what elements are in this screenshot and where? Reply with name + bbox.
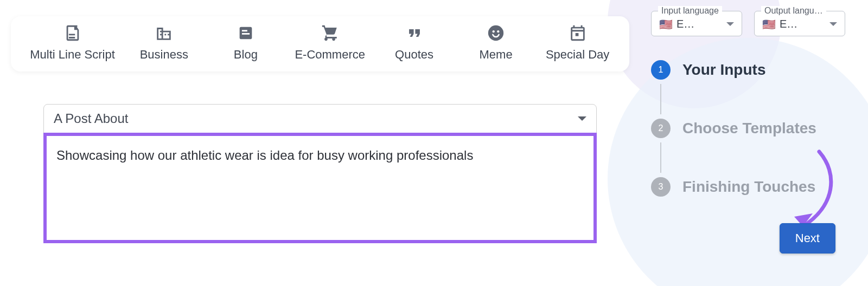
chevron-down-icon [726, 22, 734, 26]
step-label: Choose Templates [682, 120, 816, 137]
step-connector [660, 84, 661, 114]
step-connector [660, 142, 661, 173]
script-icon [63, 24, 82, 44]
input-language-label: Input language [658, 6, 722, 16]
step-number-badge: 1 [651, 60, 671, 80]
form-area: A Post About Showcasing how our athletic… [43, 104, 597, 243]
input-language-select[interactable]: Input language 🇺🇸 E… [651, 11, 742, 36]
svg-rect-1 [242, 30, 247, 31]
output-language-value: E… [780, 18, 825, 30]
cart-icon [321, 24, 339, 44]
tab-multi-line-script[interactable]: Multi Line Script [30, 24, 115, 62]
svg-point-4 [493, 30, 495, 32]
flag-us-icon: 🇺🇸 [659, 19, 672, 30]
tab-label: Special Day [546, 48, 609, 62]
tab-label: Meme [480, 48, 513, 62]
tab-label: Multi Line Script [30, 48, 115, 62]
svg-point-3 [488, 25, 503, 41]
post-topic-select[interactable]: A Post About [43, 104, 597, 133]
tab-quotes[interactable]: Quotes [382, 24, 447, 62]
tab-label: Blog [234, 48, 258, 62]
article-icon [237, 24, 255, 44]
step-number-badge: 3 [651, 177, 671, 197]
template-tabs: Multi Line Script Business Blog E-Commer… [11, 16, 629, 72]
step-your-inputs[interactable]: 1 Your Inputs [651, 60, 852, 80]
step-choose-templates[interactable]: 2 Choose Templates [651, 119, 852, 138]
select-label: A Post About [54, 111, 128, 126]
step-number-badge: 2 [651, 119, 671, 138]
tab-label: E-Commerce [295, 48, 365, 62]
step-finishing-touches[interactable]: 3 Finishing Touches [651, 177, 852, 197]
calendar-icon [569, 24, 587, 44]
tab-meme[interactable]: Meme [463, 24, 528, 62]
tab-ecommerce[interactable]: E-Commerce [295, 24, 365, 62]
input-language-value: E… [676, 18, 722, 30]
step-label: Finishing Touches [682, 178, 815, 196]
step-label: Your Inputs [682, 61, 765, 79]
smile-icon [487, 24, 505, 44]
flag-us-icon: 🇺🇸 [762, 19, 775, 30]
tab-blog[interactable]: Blog [213, 24, 278, 62]
svg-rect-2 [242, 33, 250, 35]
quote-icon [405, 24, 424, 44]
building-icon [155, 24, 173, 44]
tab-label: Business [140, 48, 188, 62]
chevron-down-icon [829, 22, 837, 26]
svg-point-5 [497, 30, 499, 32]
tab-label: Quotes [395, 48, 433, 62]
post-topic-textarea[interactable]: Showcasing how our athletic wear is idea… [43, 133, 597, 243]
tab-special-day[interactable]: Special Day [545, 24, 610, 62]
language-row: Input language 🇺🇸 E… Output langu… 🇺🇸 E… [651, 11, 852, 36]
left-column: Multi Line Script Business Blog E-Commer… [0, 0, 640, 286]
svg-rect-6 [575, 33, 578, 36]
next-button[interactable]: Next [780, 223, 835, 253]
output-language-select[interactable]: Output langu… 🇺🇸 E… [754, 11, 845, 36]
chevron-down-icon [578, 116, 586, 121]
right-column: Input language 🇺🇸 E… Output langu… 🇺🇸 E…… [640, 0, 868, 286]
textarea-value: Showcasing how our athletic wear is idea… [56, 147, 584, 164]
progress-stepper: 1 Your Inputs 2 Choose Templates 3 Finis… [651, 60, 852, 197]
output-language-label: Output langu… [761, 6, 826, 16]
tab-business[interactable]: Business [131, 24, 196, 62]
